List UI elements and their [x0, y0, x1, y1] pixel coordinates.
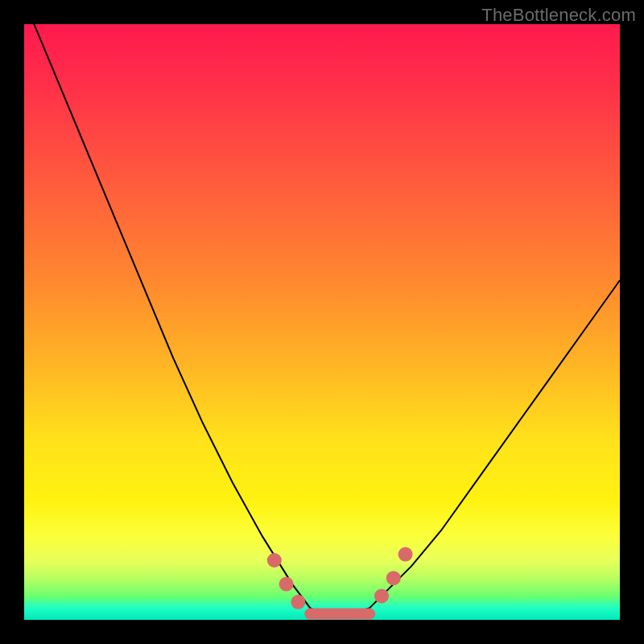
bottleneck-curve — [24, 0, 620, 613]
curve-marker — [398, 547, 413, 562]
watermark-text: TheBottleneck.com — [481, 5, 636, 26]
curve-marker — [291, 595, 305, 609]
chart-svg — [24, 24, 620, 620]
curve-marker — [279, 577, 294, 592]
chart-frame: TheBottleneck.com — [0, 0, 644, 644]
curve-marker — [386, 571, 401, 585]
curve-markers — [267, 547, 413, 609]
plot-area — [24, 24, 620, 620]
curve-marker — [267, 553, 282, 568]
curve-marker — [374, 588, 389, 603]
